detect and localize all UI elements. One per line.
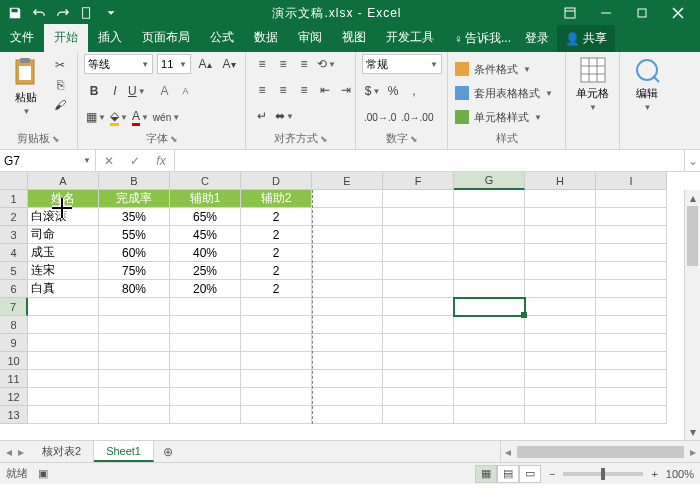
cell-C11[interactable] — [170, 370, 241, 388]
align-top-button[interactable]: ≡ — [252, 54, 272, 74]
cell-C10[interactable] — [170, 352, 241, 370]
sheet-next-icon[interactable]: ▸ — [18, 445, 24, 459]
cell-G10[interactable] — [454, 352, 525, 370]
cell-G13[interactable] — [454, 406, 525, 424]
cell-H8[interactable] — [525, 316, 596, 334]
cell-H3[interactable] — [525, 226, 596, 244]
tab-file[interactable]: 文件 — [0, 24, 44, 52]
cell-A7[interactable] — [28, 298, 99, 316]
zoom-slider[interactable] — [563, 472, 643, 476]
row-header-8[interactable]: 8 — [0, 316, 28, 334]
cell-C8[interactable] — [170, 316, 241, 334]
font-color-button[interactable]: A▼ — [130, 107, 150, 127]
cell-I8[interactable] — [596, 316, 667, 334]
cell-I9[interactable] — [596, 334, 667, 352]
undo-icon[interactable] — [28, 2, 50, 24]
cell-E3[interactable] — [312, 226, 383, 244]
expand-formula-bar-icon[interactable]: ⌄ — [684, 150, 700, 171]
fx-icon[interactable]: fx — [148, 154, 174, 168]
cell-F8[interactable] — [383, 316, 454, 334]
increase-decimal-button[interactable]: .00→.0 — [362, 107, 398, 127]
editing-button[interactable]: 编辑▼ — [629, 54, 665, 114]
cancel-formula-icon[interactable]: ✕ — [96, 154, 122, 168]
cell-B8[interactable] — [99, 316, 170, 334]
cell-H4[interactable] — [525, 244, 596, 262]
wrap-text-button[interactable]: ↵ — [252, 106, 272, 126]
cell-D1[interactable]: 辅助2 — [241, 190, 312, 208]
cell-B6[interactable]: 80% — [99, 280, 170, 298]
cell-A6[interactable]: 白真 — [28, 280, 99, 298]
col-header-I[interactable]: I — [596, 172, 667, 190]
font-name-combo[interactable]: 等线▼ — [84, 54, 153, 74]
save-icon[interactable] — [4, 2, 26, 24]
worksheet-grid[interactable]: ABCDEFGHI1姓名完成率辅助1辅助22白滚滚35%65%23司命55%45… — [0, 172, 700, 440]
name-box[interactable]: G7▼ — [0, 150, 96, 171]
accounting-button[interactable]: $▼ — [362, 81, 382, 101]
decrease-indent-button[interactable]: ⇤ — [315, 80, 335, 100]
cell-H9[interactable] — [525, 334, 596, 352]
cell-B13[interactable] — [99, 406, 170, 424]
redo-icon[interactable] — [52, 2, 74, 24]
cell-B2[interactable]: 35% — [99, 208, 170, 226]
row-header-7[interactable]: 7 — [0, 298, 28, 316]
cell-G5[interactable] — [454, 262, 525, 280]
cell-C7[interactable] — [170, 298, 241, 316]
close-button[interactable] — [660, 0, 696, 26]
copy-button[interactable]: ⎘ — [50, 76, 70, 94]
increase-indent-button[interactable]: ⇥ — [336, 80, 356, 100]
cell-B12[interactable] — [99, 388, 170, 406]
bold-button[interactable]: B — [84, 81, 104, 101]
cell-D8[interactable] — [241, 316, 312, 334]
col-header-B[interactable]: B — [99, 172, 170, 190]
align-bottom-button[interactable]: ≡ — [294, 54, 314, 74]
font-grow-button[interactable]: A — [155, 81, 175, 101]
cell-D2[interactable]: 2 — [241, 208, 312, 226]
cell-B1[interactable]: 完成率 — [99, 190, 170, 208]
cell-C13[interactable] — [170, 406, 241, 424]
cell-D3[interactable]: 2 — [241, 226, 312, 244]
align-center-button[interactable]: ≡ — [273, 80, 293, 100]
cell-A12[interactable] — [28, 388, 99, 406]
tab-data[interactable]: 数据 — [244, 24, 288, 52]
cell-F6[interactable] — [383, 280, 454, 298]
cell-H7[interactable] — [525, 298, 596, 316]
cell-E12[interactable] — [312, 388, 383, 406]
percent-button[interactable]: % — [383, 81, 403, 101]
cell-H12[interactable] — [525, 388, 596, 406]
number-format-combo[interactable]: 常规▼ — [362, 54, 442, 74]
cell-H11[interactable] — [525, 370, 596, 388]
cell-F11[interactable] — [383, 370, 454, 388]
italic-button[interactable]: I — [105, 81, 125, 101]
cells-button[interactable]: 单元格▼ — [572, 54, 613, 114]
number-launcher-icon[interactable]: ⬊ — [410, 134, 418, 144]
align-middle-button[interactable]: ≡ — [273, 54, 293, 74]
row-header-2[interactable]: 2 — [0, 208, 28, 226]
cell-B10[interactable] — [99, 352, 170, 370]
row-header-5[interactable]: 5 — [0, 262, 28, 280]
col-header-E[interactable]: E — [312, 172, 383, 190]
qat-customize-icon[interactable] — [100, 2, 122, 24]
cell-E7[interactable] — [312, 298, 383, 316]
phonetic-button[interactable]: wén▼ — [151, 107, 181, 127]
zoom-thumb[interactable] — [601, 468, 605, 480]
cell-H2[interactable] — [525, 208, 596, 226]
col-header-F[interactable]: F — [383, 172, 454, 190]
decrease-font-button[interactable]: A▾ — [219, 54, 239, 74]
ribbon-options-icon[interactable] — [552, 0, 588, 26]
cell-F10[interactable] — [383, 352, 454, 370]
cell-E2[interactable] — [312, 208, 383, 226]
sheet-tab-1[interactable]: 核对表2 — [30, 441, 94, 462]
minimize-button[interactable] — [588, 0, 624, 26]
cell-F1[interactable] — [383, 190, 454, 208]
cell-C12[interactable] — [170, 388, 241, 406]
cell-E4[interactable] — [312, 244, 383, 262]
row-header-10[interactable]: 10 — [0, 352, 28, 370]
macro-record-icon[interactable]: ▣ — [38, 467, 48, 480]
col-header-D[interactable]: D — [241, 172, 312, 190]
enter-formula-icon[interactable]: ✓ — [122, 154, 148, 168]
cell-B5[interactable]: 75% — [99, 262, 170, 280]
cell-E8[interactable] — [312, 316, 383, 334]
scroll-down-icon[interactable]: ▾ — [685, 424, 700, 440]
cell-I10[interactable] — [596, 352, 667, 370]
cell-D10[interactable] — [241, 352, 312, 370]
